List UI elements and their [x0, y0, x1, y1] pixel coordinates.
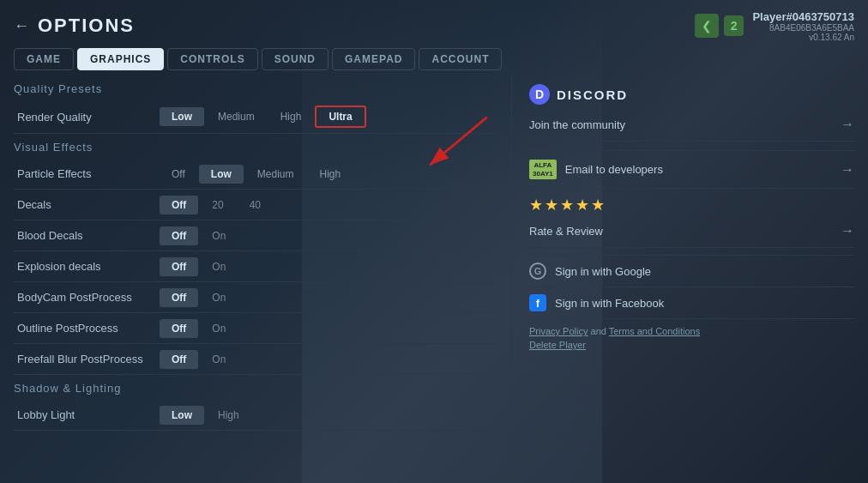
explosion-decals-options[interactable]: Off On: [160, 254, 238, 280]
particle-off[interactable]: Off: [160, 165, 197, 184]
explosion-decals-label: Explosion decals: [14, 253, 160, 280]
bodycam-off[interactable]: Off: [160, 288, 198, 307]
outline-label: Outline PostProcess: [14, 315, 160, 341]
render-quality-medium[interactable]: Medium: [206, 107, 267, 126]
render-quality-row: Render Quality Low Medium High Ultra: [14, 100, 494, 134]
explosion-decals-row: Explosion decals Off On: [14, 251, 494, 282]
title-area: ← OPTIONS: [14, 15, 135, 37]
blood-decals-row: Blood Decals Off On: [14, 220, 494, 251]
google-signin-label: Sign in with Google: [555, 265, 651, 278]
lobby-light-options[interactable]: Low High: [160, 402, 251, 428]
privacy-policy-link[interactable]: Privacy Policy: [529, 326, 588, 336]
discord-logo-icon: D: [529, 84, 550, 105]
discord-name: DISCORD: [557, 88, 628, 102]
quality-presets-title: Quality Presets: [14, 75, 494, 100]
back-button[interactable]: ←: [14, 17, 29, 35]
blood-decals-label: Blood Decals: [14, 222, 160, 249]
player-info: ❮ 2 Player#0463750713 8AB4E06B3A6E5BAA v…: [695, 10, 854, 42]
discord-join-label: Join the community: [529, 118, 625, 131]
rate-arrow-icon: →: [841, 223, 854, 238]
freefall-row: Freefall Blur PostProcess Off On: [14, 344, 494, 375]
particle-high[interactable]: High: [307, 165, 353, 184]
blood-on[interactable]: On: [200, 226, 238, 245]
tab-game[interactable]: GAME: [14, 48, 74, 70]
render-quality-options[interactable]: Low Medium High Ultra: [160, 102, 366, 131]
discord-section: D DISCORD Join the community →: [529, 75, 854, 151]
decals-20[interactable]: 20: [200, 196, 235, 214]
decals-row: Decals Off 20 40: [14, 190, 494, 220]
discord-arrow-icon: →: [841, 117, 854, 132]
bodycam-row: BodyCam PostProcess Off On: [14, 282, 494, 313]
alfa-line1: ALFA: [533, 161, 553, 170]
bodycam-on[interactable]: On: [200, 288, 238, 307]
decals-off[interactable]: Off: [160, 196, 198, 214]
page-title: OPTIONS: [38, 15, 135, 37]
bodycam-options[interactable]: Off On: [160, 285, 238, 311]
right-panel: D DISCORD Join the community → ALFA 30AY…: [511, 75, 854, 473]
and-separator: and: [591, 326, 609, 336]
google-icon: G: [529, 263, 546, 280]
freefall-label: Freefall Blur PostProcess: [14, 346, 160, 372]
explosion-off[interactable]: Off: [160, 257, 198, 276]
stars-rating: ★★★★★: [529, 196, 854, 214]
render-quality-ultra[interactable]: Ultra: [315, 106, 365, 128]
tab-sound[interactable]: SOUND: [262, 48, 329, 70]
particle-low[interactable]: Low: [199, 165, 244, 184]
blood-decals-options[interactable]: Off On: [160, 223, 238, 249]
lobby-low[interactable]: Low: [160, 406, 204, 425]
footer-links: Privacy Policy and Terms and Conditions …: [529, 319, 854, 357]
player-version: v0.13.62 An: [752, 33, 854, 42]
alfa-badge: ALFA 30AY1: [529, 160, 557, 179]
discord-join-link[interactable]: Join the community →: [529, 108, 854, 142]
facebook-signin-label: Sign in with Facebook: [555, 297, 664, 310]
freefall-on[interactable]: On: [200, 350, 238, 369]
blood-off[interactable]: Off: [160, 226, 198, 245]
main-content: Quality Presets Render Quality Low Mediu…: [0, 75, 868, 473]
player-level: 2: [724, 15, 744, 36]
settings-panel: Quality Presets Render Quality Low Mediu…: [14, 75, 511, 473]
alfa-line2: 30AY1: [533, 170, 553, 178]
lobby-light-row: Lobby Light Low High: [14, 400, 494, 431]
shadow-lighting-title: Shadow & Lighting: [14, 375, 494, 400]
tab-gamepad[interactable]: GAMEPAD: [332, 48, 415, 70]
outline-options[interactable]: Off On: [160, 316, 238, 341]
render-quality-high[interactable]: High: [268, 107, 314, 126]
particle-effects-label: Particle Effects: [14, 160, 160, 187]
chevron-icon: ❮: [695, 14, 719, 38]
visual-effects-title: Visual Effects: [14, 134, 494, 159]
decals-options[interactable]: Off 20 40: [160, 192, 273, 218]
lobby-high[interactable]: High: [206, 406, 251, 425]
player-details: Player#0463750713 8AB4E06B3A6E5BAA v0.13…: [752, 10, 854, 42]
tab-account[interactable]: ACCOUNT: [419, 48, 502, 70]
particle-medium[interactable]: Medium: [245, 165, 306, 184]
explosion-on[interactable]: On: [200, 257, 238, 276]
discord-header: D DISCORD: [529, 84, 854, 105]
facebook-icon: f: [529, 294, 546, 311]
facebook-signin-button[interactable]: f Sign in with Facebook: [529, 287, 854, 319]
freefall-options[interactable]: Off On: [160, 347, 238, 372]
bodycam-label: BodyCam PostProcess: [14, 284, 160, 311]
outline-off[interactable]: Off: [160, 319, 198, 338]
alfa-section: ALFA 30AY1 Email to developers: [529, 160, 663, 179]
rate-section: ★★★★★ Rate & Review →: [529, 189, 854, 256]
rate-review-link[interactable]: Rate & Review →: [529, 214, 854, 248]
delete-player-link[interactable]: Delete Player: [529, 340, 854, 350]
particle-effects-options[interactable]: Off Low Medium High: [160, 161, 353, 187]
render-quality-low[interactable]: Low: [160, 107, 204, 126]
player-id: 8AB4E06B3A6E5BAA: [752, 23, 854, 33]
tab-graphics[interactable]: GRAPHICS: [77, 48, 164, 70]
render-quality-label: Render Quality: [14, 104, 160, 130]
freefall-off[interactable]: Off: [160, 350, 198, 369]
email-devs-link[interactable]: ALFA 30AY1 Email to developers →: [529, 151, 854, 189]
terms-link[interactable]: Terms and Conditions: [609, 326, 700, 336]
nav-tabs: GAME GRAPHICS CONTROLS SOUND GAMEPAD ACC…: [0, 43, 868, 75]
email-devs-label: Email to developers: [565, 163, 663, 176]
outline-row: Outline PostProcess Off On: [14, 313, 494, 344]
decals-40[interactable]: 40: [238, 196, 273, 214]
decals-label: Decals: [14, 191, 160, 218]
lobby-light-label: Lobby Light: [14, 401, 160, 428]
google-signin-button[interactable]: G Sign in with Google: [529, 256, 854, 287]
tab-controls[interactable]: CONTROLS: [167, 48, 257, 70]
email-devs-arrow-icon: →: [841, 162, 854, 178]
outline-on[interactable]: On: [200, 319, 238, 338]
